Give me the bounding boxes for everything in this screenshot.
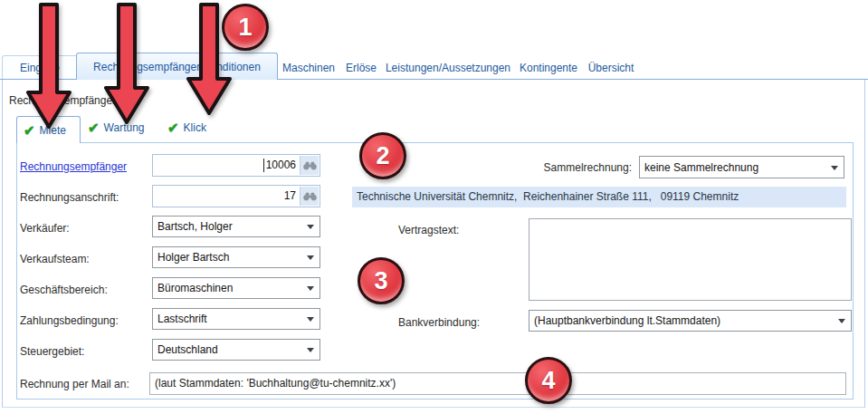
sammelrechnung-select[interactable]: keine Sammelrechnung [639, 156, 844, 178]
tab-label: Eingabe [20, 62, 60, 74]
tab-uebersicht[interactable]: Übersicht [584, 56, 638, 79]
rechnung-mail-label: Rechnung per Mail an: [20, 378, 129, 390]
subtab-label: Miete [40, 124, 66, 137]
binoculars-icon[interactable] [300, 187, 319, 206]
sammelrechnung-value: keine Sammelrechnung [644, 161, 758, 174]
rechnungsanschrift-input[interactable]: 17 [152, 185, 320, 207]
zahlungsbedingung-select[interactable]: Lastschrift [152, 308, 320, 330]
section-label: Rechnungsempfänger: [9, 94, 119, 107]
rechnungsanschrift-value: 17 [284, 186, 296, 207]
chevron-down-icon [831, 166, 838, 170]
rechnung-mail-input[interactable]: (laut Stammdaten: 'Buchhaltung@tu-chemni… [149, 372, 846, 395]
chevron-down-icon [307, 225, 314, 229]
chevron-down-icon [838, 319, 845, 323]
chevron-down-icon [307, 286, 314, 291]
subtab-label: Wartung [104, 121, 145, 134]
subtab-label: Klick [184, 121, 206, 134]
verkaufsteam-label: Verkaufsteam: [20, 253, 90, 265]
steuergebiet-label: Steuergebiet: [20, 345, 84, 358]
chevron-down-icon [307, 255, 314, 260]
invoice-recipient-page: Eingabe Rechnungsempfänger/Konditionen M… [0, 0, 868, 414]
subtab-klick[interactable]: ✔ Klick [167, 120, 206, 134]
zahlungsbedingung-value: Lastschrift [157, 313, 207, 325]
green-check-icon: ✔ [24, 123, 35, 137]
rechnungsanschrift-label: Rechnungsanschrift: [20, 191, 119, 204]
geschaeftsbereich-label: Geschäftsbereich: [20, 284, 108, 296]
steuergebiet-select[interactable]: Deutschland [152, 339, 320, 361]
subtab-wartung[interactable]: ✔ Wartung [88, 120, 144, 134]
green-check-icon: ✔ [88, 120, 100, 134]
step-badge-1: 1 [222, 4, 269, 51]
zahlungsbedingung-label: Zahlungsbedingung: [20, 314, 119, 327]
steuergebiet-value: Deutschland [157, 343, 218, 356]
tab-leistungen-aussetzungen[interactable]: Leistungen/Aussetzungen [384, 56, 512, 79]
geschaeftsbereich-select[interactable]: Büromaschinen [152, 277, 320, 299]
tab-label: Rechnungsempfänger/Konditionen [93, 61, 261, 73]
sammelrechnung-label: Sammelrechnung: [534, 161, 632, 174]
rechnung-mail-value: (laut Stammdaten: 'Buchhaltung@tu-chemni… [155, 377, 396, 390]
vertragstext-label: Vertragstext: [398, 224, 459, 236]
tab-rechnungsempfaenger-konditionen[interactable]: Rechnungsempfänger/Konditionen [76, 53, 278, 80]
verkaeufer-value: Bartsch, Holger [157, 220, 233, 233]
geschaeftsbereich-value: Büromaschinen [157, 282, 233, 294]
binoculars-icon[interactable] [300, 156, 319, 175]
bankverbindung-label: Bankverbindung: [398, 316, 480, 329]
rechnungsempfaenger-input[interactable]: 10006 [152, 154, 320, 177]
vertragstext-textarea[interactable] [529, 218, 852, 301]
tab-erloese[interactable]: Erlöse [340, 56, 382, 79]
verkaufsteam-select[interactable]: Holger Bartsch [152, 246, 320, 268]
chevron-down-icon [307, 348, 314, 352]
tab-label: Kontingente [520, 62, 577, 74]
bankverbindung-value: (Hauptbankverbindung lt.Stammdaten) [534, 314, 720, 327]
verkaufsteam-value: Holger Bartsch [157, 251, 229, 264]
billing-address-text: Technische Universität Chemnitz, Reichen… [352, 187, 846, 207]
tab-maschinen[interactable]: Maschinen [277, 56, 340, 79]
verkaeufer-select[interactable]: Bartsch, Holger [152, 216, 320, 237]
tab-kontingente[interactable]: Kontingente [516, 56, 581, 79]
verkaeufer-label: Verkäufer: [20, 222, 70, 235]
tab-eingabe[interactable]: Eingabe [2, 55, 78, 79]
green-check-icon: ✔ [167, 120, 179, 134]
text-cursor [263, 159, 264, 172]
rechnungsempfaenger-value: 10006 [266, 155, 296, 176]
tab-label: Übersicht [588, 62, 634, 74]
subtab-miete[interactable]: ✔ Miete [16, 116, 81, 143]
tab-label: Maschinen [282, 62, 335, 74]
chevron-down-icon [307, 317, 314, 322]
tab-label: Erlöse [346, 62, 377, 74]
bankverbindung-select[interactable]: (Hauptbankverbindung lt.Stammdaten) [529, 310, 852, 332]
tab-label: Leistungen/Aussetzungen [386, 62, 510, 74]
rechnungsempfaenger-link[interactable]: Rechnungsempfänger [20, 160, 127, 173]
